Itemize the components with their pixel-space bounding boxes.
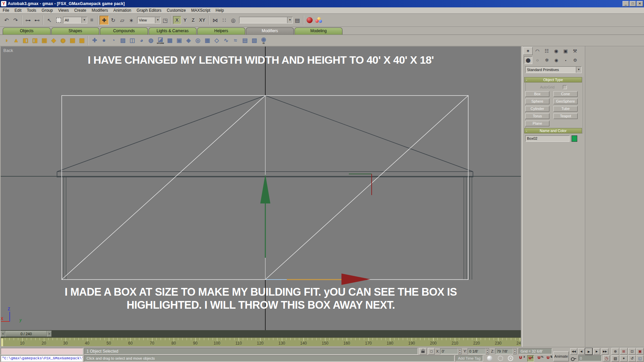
select-and-link-icon[interactable]: ⊶ bbox=[23, 16, 33, 25]
meshsmooth-icon[interactable]: ◈ bbox=[184, 36, 193, 45]
ffd-icon[interactable]: ▩ bbox=[165, 36, 174, 45]
sphere-button[interactable]: Sphere bbox=[525, 99, 549, 104]
cylinder-button[interactable]: Cylinder bbox=[525, 106, 549, 112]
y-spinner[interactable]: ▲▼ bbox=[486, 348, 489, 354]
push-icon[interactable]: ◉ bbox=[58, 36, 68, 45]
maximize-button[interactable]: □ bbox=[630, 1, 636, 6]
z-coordinate-field[interactable]: 79 7/8' bbox=[495, 348, 513, 354]
modify-tab-icon[interactable]: ◠ bbox=[533, 47, 542, 55]
restrict-xy-plane-button[interactable]: XY bbox=[197, 16, 207, 24]
motion-tab-icon[interactable]: ◉ bbox=[551, 47, 561, 55]
select-and-move-icon[interactable]: ✚ bbox=[100, 16, 109, 25]
z-spinner[interactable]: ▲▼ bbox=[513, 348, 517, 354]
twist-icon[interactable]: ◧ bbox=[21, 36, 30, 45]
tab-objects[interactable]: Objects bbox=[3, 27, 51, 35]
shapes-category-icon[interactable]: ○ bbox=[533, 56, 542, 64]
tab-compounds[interactable]: Compounds bbox=[100, 27, 148, 35]
helpers-category-icon[interactable]: ⬝ bbox=[561, 56, 570, 64]
edit-mesh-icon[interactable]: ▦ bbox=[203, 36, 212, 45]
time-configuration-button[interactable]: ◷ bbox=[603, 355, 610, 361]
dropdown-arrow-icon[interactable]: ▼ bbox=[576, 67, 581, 73]
viewport-back[interactable]: Z X y Back I HAVE CHANGED MY LENGTH WIDT… bbox=[1, 46, 521, 330]
absolute-mode-button[interactable]: ▢ bbox=[428, 348, 435, 355]
array-icon[interactable]: ∷ bbox=[220, 16, 229, 25]
optimize-icon[interactable]: ◎ bbox=[193, 36, 203, 45]
tab-modeling[interactable]: Modeling bbox=[294, 27, 342, 35]
menu-tools[interactable]: Tools bbox=[24, 7, 39, 13]
menu-create[interactable]: Create bbox=[71, 7, 89, 13]
viewport-label[interactable]: Back bbox=[3, 48, 13, 53]
bend-icon[interactable]: ◗ bbox=[2, 36, 11, 45]
restrict-z-button[interactable]: Z bbox=[189, 16, 197, 24]
geometry-category-icon[interactable]: ⬤ bbox=[524, 56, 532, 64]
mirror-icon[interactable]: ⋈ bbox=[211, 16, 220, 25]
region-zoom-button[interactable]: ▧ bbox=[611, 355, 619, 362]
tab-modifiers[interactable]: Modifiers bbox=[246, 27, 294, 35]
primitives-category-dropdown[interactable]: Standard Primitives ▼ bbox=[525, 66, 582, 73]
cameras-category-icon[interactable]: ◉ bbox=[552, 56, 560, 64]
gizmo-x-arrowhead[interactable] bbox=[341, 274, 370, 285]
menu-maxscript[interactable]: MAXScript bbox=[189, 7, 213, 13]
use-pivot-center-icon[interactable]: ◳ bbox=[161, 16, 170, 25]
menu-group[interactable]: Group bbox=[39, 7, 55, 13]
pan-button[interactable]: ✶ bbox=[620, 355, 628, 362]
taper-icon[interactable]: ▲ bbox=[11, 36, 21, 45]
redo-icon[interactable]: ↷ bbox=[11, 16, 20, 25]
angle-snap-toggle-icon[interactable]: ∠ bbox=[527, 355, 534, 362]
systems-category-icon[interactable]: ⚙ bbox=[571, 56, 579, 64]
dotted-sphere-icon[interactable] bbox=[498, 356, 503, 361]
bones-icon[interactable]: ◔ bbox=[109, 36, 118, 45]
autogrid-checkbox[interactable] bbox=[563, 85, 567, 89]
tab-helpers[interactable]: Helpers bbox=[197, 27, 245, 35]
cylinder-modifier-icon[interactable]: ◍ bbox=[146, 36, 156, 45]
select-and-rotate-icon[interactable]: ↻ bbox=[109, 16, 118, 25]
selection-lock-button[interactable] bbox=[419, 348, 427, 355]
dropdown-arrow-icon[interactable]: ▼ bbox=[287, 17, 292, 23]
relax-icon[interactable]: ▦ bbox=[68, 36, 77, 45]
display-tab-icon[interactable]: ▣ bbox=[561, 47, 570, 55]
geosphere-button[interactable]: GeoSphere bbox=[553, 99, 578, 104]
time-slider-button[interactable]: 0 / 240 bbox=[5, 331, 47, 337]
rollout-collapse-icon[interactable]: - bbox=[526, 128, 527, 133]
named-selection-sets-icon[interactable]: ▤ bbox=[293, 16, 302, 25]
object-color-swatch[interactable] bbox=[572, 135, 577, 142]
torus-button[interactable]: Torus bbox=[525, 113, 549, 119]
time-ruler[interactable]: 1020304050607080901001101201301401501601… bbox=[1, 338, 521, 346]
play-button[interactable]: ▶ bbox=[585, 348, 592, 355]
align-icon[interactable]: ◎ bbox=[229, 16, 238, 25]
render-icon[interactable] bbox=[315, 17, 322, 23]
sphere-modifier-icon[interactable]: ◕ bbox=[137, 36, 146, 45]
dropdown-arrow-icon[interactable]: ▼ bbox=[82, 17, 87, 23]
linked-xform-icon[interactable]: ✚ bbox=[90, 36, 99, 45]
menu-help[interactable]: Help bbox=[213, 7, 227, 13]
frame-prev-button[interactable]: < bbox=[1, 331, 5, 337]
menu-file[interactable]: File bbox=[0, 7, 12, 13]
arc-rotate-button[interactable]: ↺ bbox=[628, 355, 636, 362]
set-key-icon[interactable] bbox=[571, 357, 576, 360]
track-bar-thumb[interactable] bbox=[1, 338, 4, 346]
spherify-icon[interactable]: ● bbox=[99, 36, 109, 45]
lattice-icon[interactable]: ▨ bbox=[118, 36, 127, 45]
zoom-all-button[interactable]: ⊞ bbox=[620, 348, 628, 355]
maxscript-listener-line[interactable]: "C:\gmax\gamepacks\FSX_GMaxGamepack\" bbox=[1, 355, 83, 362]
selection-filter-dropdown[interactable]: All ▼ bbox=[63, 17, 87, 23]
noise-icon[interactable]: ◨ bbox=[30, 36, 40, 45]
utilities-tab-icon[interactable]: ⚒ bbox=[570, 47, 580, 55]
object-name-field[interactable]: Box02 bbox=[525, 135, 570, 142]
plane-button[interactable]: Plane bbox=[525, 121, 549, 126]
edit-patch-icon[interactable]: ◇ bbox=[212, 36, 221, 45]
tab-lights-cameras[interactable]: Lights & Cameras bbox=[149, 27, 197, 35]
crossed-sphere-icon[interactable]: ✕ bbox=[508, 356, 513, 361]
select-object-icon[interactable]: ↖ bbox=[45, 16, 54, 25]
mirror-modifier-icon[interactable]: ◫ bbox=[127, 36, 137, 45]
unwrap-uvw-icon[interactable]: ▤ bbox=[240, 36, 250, 45]
select-and-scale-icon[interactable]: ▱ bbox=[118, 16, 127, 25]
menu-views[interactable]: Views bbox=[55, 7, 71, 13]
undo-icon[interactable]: ↶ bbox=[2, 16, 11, 25]
ripple-icon[interactable]: ▩ bbox=[77, 36, 87, 45]
x-spinner[interactable]: ▲▼ bbox=[458, 348, 462, 354]
add-time-tag[interactable]: Add Time Tag bbox=[455, 355, 483, 361]
material-id-icon[interactable]: ◉ID bbox=[259, 36, 268, 45]
go-to-end-button[interactable]: ▶▶ bbox=[601, 348, 608, 355]
zoom-extents-button[interactable]: ⊡ bbox=[628, 348, 636, 355]
